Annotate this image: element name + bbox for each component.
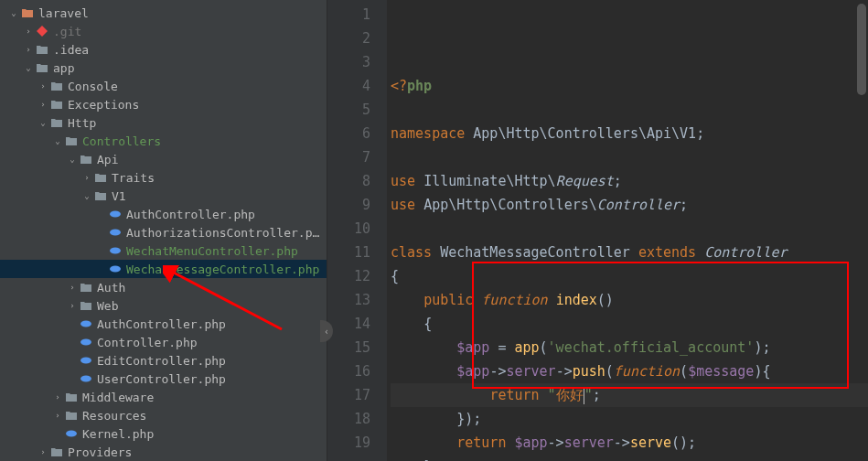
chevron-right-icon[interactable]: › <box>66 301 79 310</box>
code-line[interactable]: return "你好"; <box>391 383 868 407</box>
tree-item-authcontroller-php[interactable]: AuthController.php <box>0 315 327 333</box>
code-line[interactable]: }); <box>391 407 868 431</box>
git-icon <box>35 24 49 38</box>
folder-icon <box>93 170 108 185</box>
line-gutter: 12345678910111213141516171819 <box>327 0 387 461</box>
code-line[interactable]: public function index() <box>391 288 868 312</box>
tree-item-resources[interactable]: ›Resources <box>0 406 327 424</box>
tree-item-kernel-php[interactable]: Kernel.php <box>0 424 327 443</box>
tree-item-v1[interactable]: ⌄V1 <box>0 187 327 205</box>
tree-item-traits[interactable]: ›Traits <box>0 168 327 187</box>
php-icon <box>108 262 123 276</box>
tree-label: WechatMenuController.php <box>126 244 298 258</box>
editor-scrollbar-thumb[interactable] <box>857 4 866 95</box>
tree-label: laravel <box>38 6 89 20</box>
line-number: 3 <box>327 50 370 74</box>
tree-item-editcontroller-php[interactable]: EditController.php <box>0 351 327 370</box>
folder-icon <box>35 42 49 57</box>
line-number: 15 <box>327 336 370 359</box>
folder-icon <box>49 115 64 130</box>
code-editor[interactable]: 12345678910111213141516171819 <?phpnames… <box>327 0 868 461</box>
tree-item-providers[interactable]: ›Providers <box>0 443 327 461</box>
tree-item-authcontroller-php[interactable]: AuthController.php <box>0 205 327 223</box>
tree-item-app[interactable]: ⌄app <box>0 59 327 77</box>
chevron-right-icon[interactable]: › <box>37 81 49 91</box>
chevron-right-icon[interactable]: › <box>22 45 35 54</box>
chevron-down-icon[interactable]: ⌄ <box>51 136 64 145</box>
line-number: 16 <box>327 359 370 383</box>
chevron-down-icon[interactable]: ⌄ <box>22 63 35 72</box>
line-number: 4 <box>327 74 370 98</box>
chevron-down-icon[interactable]: ⌄ <box>37 118 49 127</box>
code-line[interactable] <box>391 145 868 169</box>
chevron-down-icon[interactable]: ⌄ <box>80 191 93 200</box>
tree-item-console[interactable]: ›Console <box>0 77 327 95</box>
chevron-right-icon[interactable]: › <box>51 411 64 420</box>
tree-item-middleware[interactable]: ›Middleware <box>0 388 327 406</box>
svg-point-0 <box>110 211 121 218</box>
svg-point-5 <box>80 339 91 346</box>
line-number: 14 <box>327 312 370 336</box>
tree-item-exceptions[interactable]: ›Exceptions <box>0 95 327 113</box>
tree-item-controller-php[interactable]: Controller.php <box>0 333 327 351</box>
tree-label: AuthController.php <box>126 208 255 221</box>
code-line[interactable]: { <box>391 264 868 288</box>
chevron-right-icon[interactable]: › <box>37 100 49 109</box>
code-line[interactable]: use App\Http\Controllers\Controller; <box>391 193 868 217</box>
code-line[interactable]: namespace App\Http\Controllers\Api\V1; <box>391 122 868 145</box>
tree-label: Controller.php <box>97 336 198 349</box>
folder-icon <box>79 298 93 313</box>
svg-point-3 <box>110 266 121 273</box>
tree-item-authorizationscontroller-php[interactable]: AuthorizationsController.php <box>0 223 327 241</box>
tree-item-wechatmenucontroller-php[interactable]: WechatMenuController.php <box>0 241 327 260</box>
tree-label: Kernel.php <box>82 427 154 441</box>
folder-icon <box>64 390 79 404</box>
php-icon <box>108 207 123 221</box>
tree-item-web[interactable]: ›Web <box>0 296 327 315</box>
chevron-right-icon[interactable]: › <box>80 173 93 182</box>
tree-item-api[interactable]: ⌄Api <box>0 150 327 168</box>
tree-item-controllers[interactable]: ⌄Controllers <box>0 132 327 150</box>
svg-point-2 <box>110 248 121 254</box>
tree-item--idea[interactable]: ›.idea <box>0 40 327 59</box>
line-number: 13 <box>327 288 370 312</box>
tree-item-auth[interactable]: ›Auth <box>0 278 327 296</box>
code-line[interactable]: use Illuminate\Http\Request; <box>391 169 868 193</box>
folder-icon <box>93 188 108 203</box>
chevron-right-icon[interactable]: › <box>66 283 79 292</box>
code-line[interactable]: } <box>391 455 868 461</box>
tree-item-wechatmessagecontroller-php[interactable]: WechatMessageController.php <box>0 260 327 278</box>
php-icon <box>79 316 93 331</box>
chevron-down-icon[interactable]: ⌄ <box>66 155 79 164</box>
code-line[interactable]: { <box>391 312 868 336</box>
code-line[interactable] <box>391 98 868 122</box>
line-number: 7 <box>327 145 370 169</box>
code-line[interactable] <box>391 217 868 241</box>
svg-point-8 <box>66 431 77 437</box>
line-number: 18 <box>327 407 370 431</box>
chevron-down-icon[interactable]: ⌄ <box>7 8 20 17</box>
tree-item-http[interactable]: ⌄Http <box>0 113 327 132</box>
project-tree[interactable]: ⌄laravel›.git›.idea⌄app›Console›Exceptio… <box>0 0 327 461</box>
code-line[interactable]: class WechatMessageController extends Co… <box>391 241 868 264</box>
tree-label: Auth <box>97 281 125 295</box>
tree-item-laravel[interactable]: ⌄laravel <box>0 4 327 22</box>
code-content[interactable]: <?phpnamespace App\Http\Controllers\Api\… <box>387 0 868 461</box>
folder-icon <box>49 445 64 459</box>
code-line[interactable]: $app = app('wechat.official_account'); <box>391 336 868 359</box>
code-line[interactable]: <?php <box>391 74 868 98</box>
folder-icon <box>35 60 49 75</box>
chevron-right-icon[interactable]: › <box>22 27 35 36</box>
chevron-right-icon[interactable]: › <box>51 392 64 402</box>
chevron-right-icon[interactable]: › <box>37 447 49 456</box>
code-line[interactable]: $app->server->push(function($message){ <box>391 359 868 383</box>
tree-item-usercontroller-php[interactable]: UserController.php <box>0 370 327 388</box>
tree-label: Exceptions <box>68 98 139 112</box>
tree-label: V1 <box>112 189 126 203</box>
tree-item--git[interactable]: ›.git <box>0 22 327 40</box>
svg-point-4 <box>80 321 91 327</box>
code-line[interactable]: return $app->server->serve(); <box>391 431 868 455</box>
line-number: 9 <box>327 193 370 217</box>
folder-icon <box>49 97 64 112</box>
chevron-left-icon: ‹ <box>324 327 329 337</box>
